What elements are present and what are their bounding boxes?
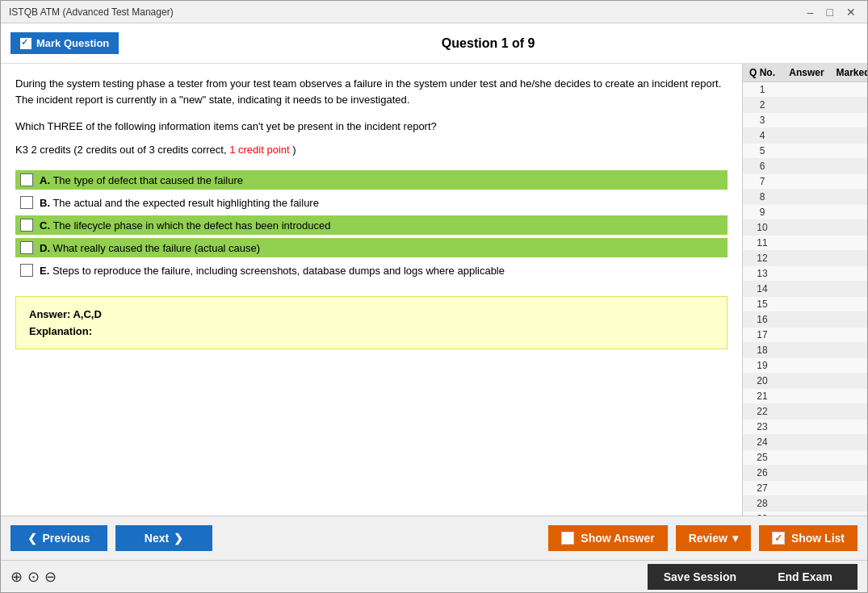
sidebar-q-num: 18 — [746, 345, 778, 356]
sidebar-answer-cell — [778, 222, 835, 233]
sidebar-answer-cell — [778, 268, 835, 279]
maximize-button[interactable]: □ — [824, 6, 837, 19]
close-button[interactable]: ✕ — [843, 6, 859, 19]
sidebar-row[interactable]: 19 — [743, 358, 867, 374]
show-answer-checkbox-icon — [561, 532, 574, 545]
sidebar-answer-cell — [778, 436, 835, 448]
option-checkbox-b[interactable] — [20, 196, 33, 209]
mark-checkbox-icon — [20, 38, 31, 49]
sidebar-marked-cell — [835, 99, 867, 111]
sidebar-row[interactable]: 4 — [743, 128, 867, 144]
sidebar-col-marked: Marked — [835, 67, 867, 78]
review-dropdown-icon: ▾ — [732, 532, 738, 545]
sidebar-q-num: 24 — [746, 436, 778, 448]
bottom-bar: Previous Next Show Answer Review ▾ Show … — [1, 516, 867, 560]
previous-button[interactable]: Previous — [10, 525, 107, 551]
sidebar-answer-cell — [778, 237, 835, 248]
sidebar-answer-cell — [778, 283, 835, 294]
zoom-out-button[interactable]: ⊕ — [10, 568, 23, 586]
options-list: A. The type of defect that caused the fa… — [15, 170, 728, 280]
window-controls: ‒ □ ✕ — [803, 6, 859, 19]
sidebar-row[interactable]: 2 — [743, 98, 867, 113]
show-list-checkbox-icon — [772, 532, 785, 545]
sidebar-answer-cell — [778, 375, 835, 386]
sidebar-marked-cell — [835, 237, 867, 248]
sidebar-row[interactable]: 5 — [743, 144, 867, 159]
option-checkbox-c[interactable] — [20, 219, 33, 232]
sidebar-row[interactable]: 26 — [743, 466, 867, 481]
option-checkbox-e[interactable] — [20, 264, 33, 277]
option-text-d: D. What really caused the failure (actua… — [40, 242, 260, 254]
sidebar-q-num: 17 — [746, 329, 778, 340]
sidebar-row[interactable]: 21 — [743, 389, 867, 404]
sidebar-list[interactable]: 1 2 3 4 5 6 7 8 — [743, 82, 867, 516]
sidebar-row[interactable]: 28 — [743, 496, 867, 512]
sidebar-q-num: 22 — [746, 406, 778, 417]
sidebar-row[interactable]: 20 — [743, 374, 867, 389]
sidebar-q-num: 2 — [746, 99, 778, 111]
minimize-button[interactable]: ‒ — [803, 6, 817, 19]
end-exam-button[interactable]: End Exam — [753, 564, 858, 590]
option-text-e: E. Steps to reproduce the failure, inclu… — [40, 265, 505, 277]
zoom-in-button[interactable]: ⊖ — [44, 568, 57, 586]
sidebar-row[interactable]: 3 — [743, 113, 867, 128]
sidebar-marked-cell — [835, 253, 867, 264]
sidebar: Q No. Answer Marked 1 2 3 4 5 6 — [742, 64, 867, 516]
option-row-b[interactable]: B. The actual and the expected result hi… — [15, 193, 728, 212]
show-list-button[interactable]: Show List — [759, 525, 858, 551]
save-session-button[interactable]: Save Session — [648, 564, 753, 590]
sidebar-q-num: 15 — [746, 299, 778, 310]
option-row-c[interactable]: C. The lifecycle phase in which the defe… — [15, 215, 728, 235]
sidebar-row[interactable]: 16 — [743, 312, 867, 328]
end-exam-label: End Exam — [778, 570, 832, 583]
option-checkbox-a[interactable] — [20, 173, 33, 186]
option-row-e[interactable]: E. Steps to reproduce the failure, inclu… — [15, 261, 728, 280]
sidebar-row[interactable]: 23 — [743, 420, 867, 435]
sidebar-row[interactable]: 7 — [743, 174, 867, 190]
sidebar-row[interactable]: 18 — [743, 343, 867, 358]
sidebar-marked-cell — [835, 222, 867, 233]
sidebar-marked-cell — [835, 498, 867, 509]
sidebar-row[interactable]: 1 — [743, 82, 867, 98]
question-area: During the system testing phase a tester… — [1, 64, 742, 516]
mark-question-button[interactable]: Mark Question — [10, 32, 119, 54]
sidebar-row[interactable]: 13 — [743, 266, 867, 282]
sidebar-q-num: 9 — [746, 207, 778, 218]
sidebar-row[interactable]: 12 — [743, 251, 867, 266]
sidebar-row[interactable]: 14 — [743, 282, 867, 297]
sidebar-row[interactable]: 17 — [743, 328, 867, 343]
sidebar-row[interactable]: 15 — [743, 297, 867, 312]
sidebar-row[interactable]: 11 — [743, 236, 867, 251]
credits-main: K3 2 credits (2 credits out of 3 credits… — [15, 144, 227, 156]
sidebar-row[interactable]: 6 — [743, 159, 867, 174]
sidebar-q-num: 14 — [746, 283, 778, 294]
sidebar-q-num: 27 — [746, 482, 778, 494]
sidebar-row[interactable]: 8 — [743, 190, 867, 205]
sidebar-answer-cell — [778, 145, 835, 157]
credits-end: ) — [292, 144, 296, 156]
sidebar-answer-cell — [778, 345, 835, 356]
sidebar-answer-cell — [778, 161, 835, 172]
sidebar-row[interactable]: 25 — [743, 450, 867, 466]
show-list-label: Show List — [791, 532, 845, 545]
review-button[interactable]: Review ▾ — [676, 525, 751, 551]
sidebar-row[interactable]: 27 — [743, 481, 867, 496]
sidebar-answer-cell — [778, 329, 835, 340]
main-content: During the system testing phase a tester… — [1, 64, 867, 516]
sidebar-q-num: 11 — [746, 237, 778, 248]
sidebar-row[interactable]: 22 — [743, 404, 867, 420]
option-checkbox-d[interactable] — [20, 241, 33, 254]
show-answer-button[interactable]: Show Answer — [548, 525, 667, 551]
sidebar-q-num: 7 — [746, 176, 778, 187]
zoom-normal-button[interactable]: ⊙ — [27, 568, 40, 586]
option-row-a[interactable]: A. The type of defect that caused the fa… — [15, 170, 728, 190]
sidebar-col-answer: Answer — [778, 67, 835, 78]
sidebar-q-num: 28 — [746, 498, 778, 509]
sidebar-marked-cell — [835, 421, 867, 432]
review-label: Review — [689, 532, 728, 545]
next-button[interactable]: Next — [115, 525, 212, 551]
sidebar-row[interactable]: 9 — [743, 205, 867, 220]
sidebar-row[interactable]: 10 — [743, 220, 867, 236]
sidebar-row[interactable]: 24 — [743, 435, 867, 450]
option-row-d[interactable]: D. What really caused the failure (actua… — [15, 238, 728, 257]
